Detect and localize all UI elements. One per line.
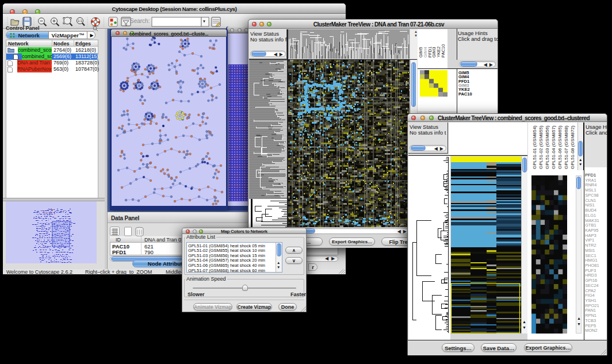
svg-text:ELG1: ELG1	[585, 213, 596, 218]
svg-text:NTR2: NTR2	[585, 243, 596, 248]
svg-text:PFD1: PFD1	[585, 173, 596, 178]
svg-text:GPI16: GPI16	[585, 278, 597, 283]
svg-text:CPA2: CPA2	[585, 288, 596, 293]
svg-text:GPL51-03 (GSM856): GPL51-03 (GSM856)	[545, 125, 550, 169]
svg-text:1:1: 1:1	[78, 19, 82, 22]
svg-text:PEP5: PEP5	[585, 323, 596, 328]
svg-text:TCB3: TCB3	[585, 318, 596, 323]
svg-text:GPL51-07 (GSM868): GPL51-07 (GSM868)	[564, 125, 569, 169]
svg-text:KAP95: KAP95	[585, 228, 598, 233]
svg-text:FIG4: FIG4	[585, 293, 595, 298]
svg-text:VIP1: VIP1	[585, 237, 594, 243]
svg-text:GPL51-06 (GSM865): GPL51-06 (GSM865)	[557, 125, 563, 169]
svg-text:YRA1: YRA1	[585, 178, 596, 183]
svg-text:HMG1: HMG1	[585, 258, 598, 263]
svg-text:PAN1: PAN1	[585, 308, 596, 313]
svg-text:HAP3: HAP3	[585, 233, 596, 238]
svg-text:SEC24: SEC24	[585, 283, 599, 288]
svg-text:MSI1: MSI1	[585, 248, 595, 253]
svg-text:MON2: MON2	[585, 328, 598, 333]
svg-text:BUD4: BUD4	[585, 208, 596, 213]
svg-text:GPL51-02 (GSM855): GPL51-02 (GSM855)	[538, 125, 544, 169]
svg-text:GPL51-04 (GSM857): GPL51-04 (GSM857)	[551, 125, 556, 169]
svg-text:RNR4: RNR4	[585, 182, 596, 187]
svg-text:PUF3: PUF3	[585, 268, 596, 273]
svg-text:PAC10: PAC10	[441, 44, 446, 58]
svg-text:MSL1: MSL1	[585, 187, 596, 193]
svg-text:CLN1: CLN1	[585, 198, 596, 203]
svg-text:RPO21: RPO21	[585, 303, 599, 308]
svg-text:NIS1: NIS1	[585, 202, 595, 208]
svg-text:YSH1: YSH1	[585, 298, 596, 303]
svg-text:GPL51-01 (GSM854): GPL51-01 (GSM854)	[532, 125, 537, 169]
svg-text:MAK31: MAK31	[585, 218, 599, 223]
svg-text:GPL51-08 (GSM872): GPL51-08 (GSM872)	[570, 125, 575, 169]
svg-text:SEC1: SEC1	[585, 253, 596, 258]
svg-text:Search:: Search:	[130, 18, 150, 24]
svg-text:PHO81: PHO81	[585, 263, 599, 268]
svg-text:SPC98: SPC98	[585, 193, 599, 198]
svg-text:GTB1: GTB1	[585, 223, 596, 228]
svg-text:HRD3: HRD3	[585, 273, 596, 278]
svg-text:RPN1: RPN1	[585, 313, 596, 318]
